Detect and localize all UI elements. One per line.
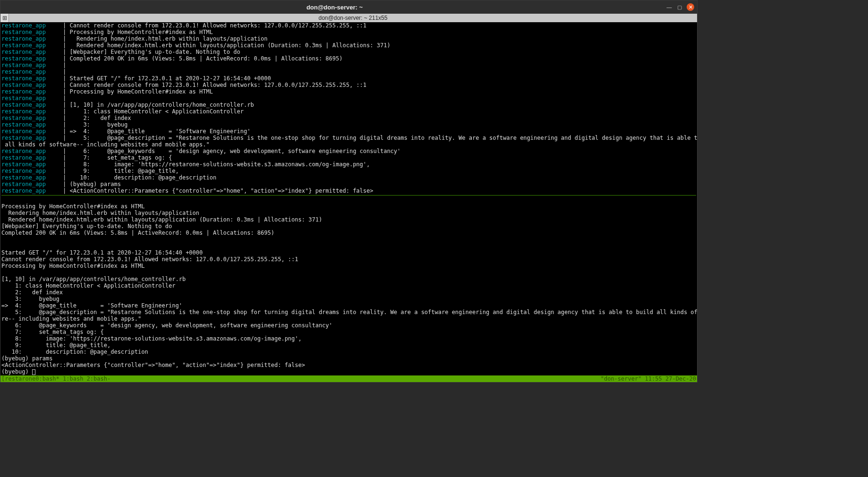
split-icon[interactable]: ⊞	[0, 14, 9, 22]
titlebar: don@don-server: ~ — ▢ ✕	[0, 0, 697, 14]
tab-bar: ⊞ don@don-server: ~ 211x55	[0, 14, 697, 22]
statusbar-right: "don-server" 11:55 27-Dec-20	[601, 375, 696, 382]
terminal-body[interactable]: restarone_app | Cannot render console fr…	[0, 22, 697, 375]
terminal-window: don@don-server: ~ — ▢ ✕ ⊞ don@don-server…	[0, 0, 698, 383]
window-controls: — ▢ ✕	[666, 3, 694, 11]
tab-label[interactable]: don@don-server: ~ 211x55	[9, 14, 697, 22]
close-button[interactable]: ✕	[687, 3, 694, 11]
tmux-statusbar: [restarone0:bash* 1:bash 2:bash- "don-se…	[0, 375, 697, 382]
maximize-button[interactable]: ▢	[676, 4, 683, 10]
statusbar-left: [restarone0:bash* 1:bash 2:bash-	[1, 375, 111, 382]
minimize-button[interactable]: —	[666, 4, 672, 10]
window-title: don@don-server: ~	[3, 4, 666, 11]
